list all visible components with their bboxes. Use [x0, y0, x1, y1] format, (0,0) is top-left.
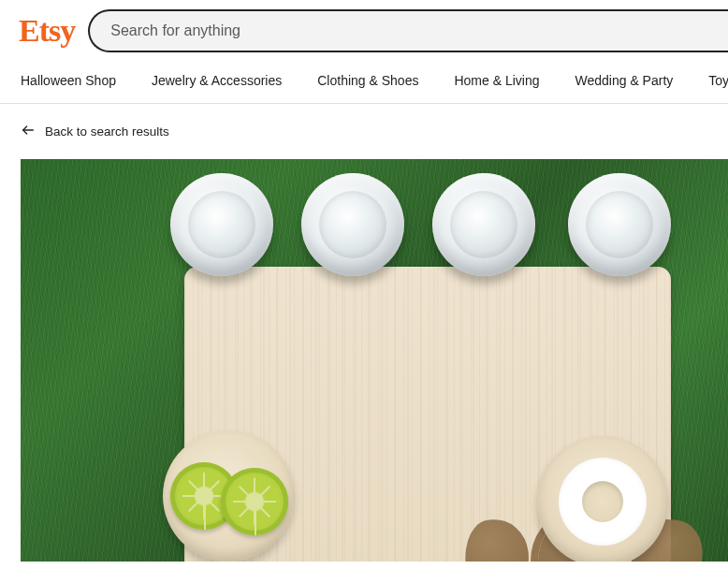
search-container: [88, 9, 728, 52]
salt-ring-icon: [559, 458, 647, 546]
back-to-results-label: Back to search results: [45, 124, 169, 139]
product-main-image[interactable]: HOCUS POCUS I NEED Tequila TO FOCUS: [21, 159, 728, 562]
salt-dish: [537, 436, 668, 562]
category-nav: Halloween Shop Jewelry & Accessories Clo…: [0, 62, 728, 104]
nav-item-clothing[interactable]: Clothing & Shoes: [317, 73, 418, 88]
shot-glass-4: [568, 173, 671, 276]
lime-dish: [163, 430, 294, 562]
back-to-results-link[interactable]: Back to search results: [0, 104, 728, 159]
shot-glass-3: [432, 173, 535, 276]
search-input[interactable]: [88, 9, 728, 52]
lime-wedge-2: [221, 468, 288, 535]
shot-glass-1: [170, 173, 273, 276]
site-header: Etsy: [0, 0, 728, 62]
nav-item-halloween-shop[interactable]: Halloween Shop: [21, 73, 116, 88]
arrow-left-icon: [21, 123, 36, 140]
nav-item-jewelry[interactable]: Jewelry & Accessories: [152, 73, 282, 88]
brand-logo[interactable]: Etsy: [19, 13, 75, 49]
shot-glass-2: [301, 173, 404, 276]
nav-item-home[interactable]: Home & Living: [454, 73, 539, 88]
nav-item-toys[interactable]: Toys: [708, 73, 728, 88]
nav-item-wedding[interactable]: Wedding & Party: [575, 73, 673, 88]
